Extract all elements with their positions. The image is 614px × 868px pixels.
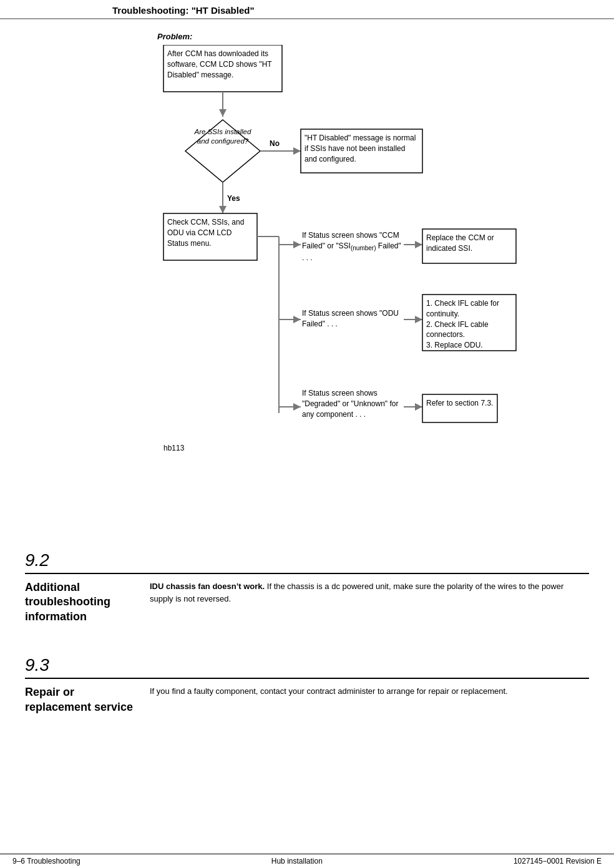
section-92-left: Additional troubleshooting information <box>25 580 150 624</box>
svg-marker-20 <box>415 316 422 323</box>
flowchart-svg: After CCM has downloaded its software, C… <box>151 45 550 519</box>
section-92-heading: Additional troubleshooting information <box>25 580 137 624</box>
no-label: No <box>270 139 280 148</box>
footer-center: Hub installation <box>271 857 323 866</box>
section-92-body: IDU chassis fan doesn’t work. If the cha… <box>150 580 589 624</box>
branch3-condition: If Status screen shows "Degraded" or "Un… <box>301 387 404 421</box>
flowchart-area: Problem: After CCM has downloaded its so… <box>139 32 563 519</box>
svg-marker-25 <box>415 403 422 411</box>
problem-label: Problem: <box>157 32 563 41</box>
section-92-row: Additional troubleshooting information I… <box>25 580 589 636</box>
section-93-heading: Repair or replacement service <box>25 685 137 714</box>
page-title: Troubleshooting: "HT Disabled" <box>112 5 255 16</box>
section-93-body: If you find a faulty component, contact … <box>150 685 589 714</box>
sections-area: 9.2 Additional troubleshooting informati… <box>0 550 614 727</box>
branch1-action: Replace the CCM or indicated SSI. <box>424 230 515 256</box>
branch2-condition: If Status screen shows "ODU Failed" . . … <box>301 307 404 331</box>
branch1-condition: If Status screen shows "CCM Failed" or "… <box>301 229 404 265</box>
svg-marker-15 <box>415 241 422 248</box>
page-header: Troubleshooting: "HT Disabled" <box>0 0 614 19</box>
figure-label: hb113 <box>163 444 185 452</box>
branch2-action: 1. Check IFL cable for continuity.2. Che… <box>424 296 515 349</box>
svg-marker-5 <box>293 147 301 155</box>
svg-marker-8 <box>219 206 227 213</box>
yes-label: Yes <box>227 194 240 203</box>
svg-marker-13 <box>293 241 301 248</box>
footer-left: 9–6 Troubleshooting <box>12 857 80 866</box>
section-92-divider <box>25 573 589 574</box>
footer-right: 1027145−0001 Revision E <box>514 857 602 866</box>
section-92-number: 9.2 <box>25 550 589 570</box>
section-92-bold: IDU chassis fan doesn’t work. <box>150 582 265 591</box>
svg-marker-18 <box>293 316 301 323</box>
section-93: 9.3 Repair or replacement service If you… <box>25 655 589 727</box>
branch3-action: Refer to section 7.3. <box>424 396 496 411</box>
section-93-row: Repair or replacement service If you fin… <box>25 685 589 727</box>
page-footer: 9–6 Troubleshooting Hub installation 102… <box>0 854 614 868</box>
start-box-text: After CCM has downloaded its software, C… <box>165 46 281 82</box>
no-box-text: "HT Disabled" message is normal if SSIs … <box>302 130 421 167</box>
svg-marker-23 <box>293 403 301 411</box>
section-93-left: Repair or replacement service <box>25 685 150 714</box>
svg-marker-2 <box>219 109 227 117</box>
check-box-text: Check CCM, SSIs, and ODU via CCM LCD Sta… <box>165 215 256 251</box>
section-92: 9.2 Additional troubleshooting informati… <box>25 550 589 636</box>
diamond-text: Are SSIs installed and configured? <box>188 126 257 147</box>
main-content: Problem: After CCM has downloaded its so… <box>0 19 614 532</box>
section-93-divider <box>25 678 589 679</box>
section-93-number: 9.3 <box>25 655 589 675</box>
